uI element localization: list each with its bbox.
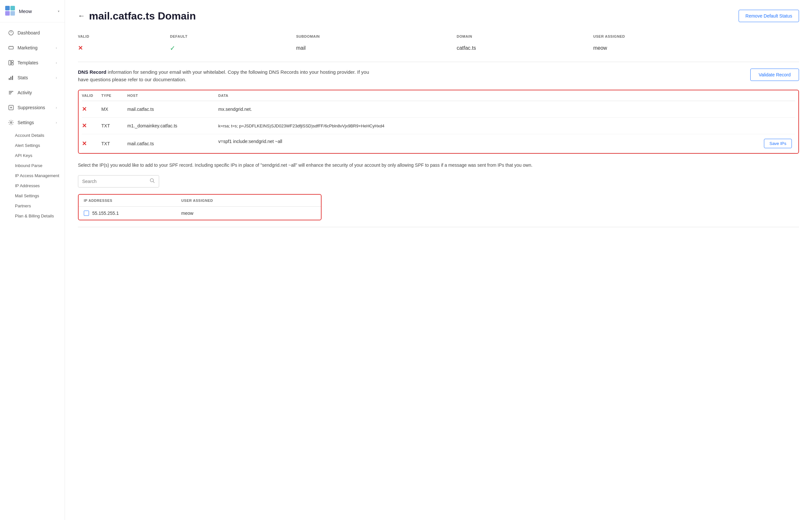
spf-section: Select the IP(s) you would like to add t… (78, 161, 799, 227)
dns-row1-x-icon: ✕ (82, 106, 87, 112)
svg-rect-0 (5, 6, 10, 10)
domain-user-assigned-cell: meow (593, 41, 799, 55)
dns-info-text: DNS Record information for sending your … (78, 69, 370, 83)
page-title-area: ← mail.catfac.ts Domain (78, 10, 196, 22)
dashboard-icon (8, 30, 14, 36)
sidebar-item-stats-label: Stats (18, 75, 56, 80)
suppressions-icon (8, 104, 14, 111)
dns-records-wrapper: VALID TYPE HOST DATA ✕ MX mail.catfac.ts… (78, 90, 799, 154)
domain-domain-cell: catfac.ts (457, 41, 593, 55)
svg-rect-9 (9, 78, 10, 80)
templates-icon (8, 59, 14, 66)
ip-col-addresses: IP ADDRESSES (79, 195, 176, 207)
domain-default-check-icon: ✓ (170, 45, 175, 52)
sidebar-item-dashboard[interactable]: Dashboard (3, 26, 62, 40)
sidebar-item-templates[interactable]: Templates › (3, 56, 62, 70)
col-default-header: DEFAULT (170, 32, 296, 41)
dns-section: DNS Record information for sending your … (78, 69, 799, 154)
domain-subdomain-cell: mail (296, 41, 457, 55)
dns-row1-data: mx.sendgrid.net. (218, 101, 795, 118)
sidebar-item-suppressions-label: Suppressions (18, 105, 56, 110)
search-container[interactable] (78, 175, 159, 187)
sidebar-sub-mail-settings[interactable]: Mail Settings (0, 191, 65, 201)
dns-row-2: ✕ TXT m1._domainkey.catfac.ts k=rsa; t=s… (82, 118, 795, 134)
validate-record-button[interactable]: Validate Record (750, 69, 799, 81)
dns-row3-type: TXT (101, 134, 127, 153)
sidebar-sub-plan-billing[interactable]: Plan & Billing Details (0, 211, 65, 221)
dns-row3-x-icon: ✕ (82, 140, 87, 147)
svg-rect-11 (12, 76, 13, 80)
svg-rect-8 (11, 63, 13, 65)
domain-valid-cell: ✕ (78, 41, 170, 55)
dns-row1-host: mail.catfac.ts (127, 101, 218, 118)
stats-chevron-icon: › (56, 76, 57, 80)
ip-checkbox-1[interactable] (84, 211, 89, 216)
save-ips-button[interactable]: Save IPs (764, 139, 792, 148)
ip-row-1: 55.155.255.1 meow (79, 207, 321, 220)
domain-valid-x-icon: ✕ (78, 45, 83, 51)
activity-icon (8, 89, 14, 96)
sidebar-item-activity[interactable]: Activity (3, 85, 62, 100)
suppressions-chevron-icon: › (56, 106, 57, 109)
dns-row2-host: m1._domainkey.catfac.ts (127, 118, 218, 134)
account-menu[interactable]: Meow ▾ (0, 0, 65, 22)
dns-row-3: ✕ TXT mail.catfac.ts v=spf1 include:send… (82, 134, 795, 153)
dns-col-data: DATA (218, 90, 795, 101)
sidebar-sub-partners[interactable]: Partners (0, 201, 65, 211)
dns-row-1: ✕ MX mail.catfac.ts mx.sendgrid.net. (82, 101, 795, 118)
svg-rect-7 (11, 60, 13, 62)
main-content: ← mail.catfac.ts Domain Remove Default S… (65, 0, 812, 520)
page-header: ← mail.catfac.ts Domain Remove Default S… (78, 10, 799, 22)
search-input[interactable] (82, 179, 148, 184)
dns-row1-valid: ✕ (82, 101, 101, 118)
dns-row3-data-text: v=spf1 include:sendgrid.net ~all (218, 139, 282, 144)
sidebar: Meow ▾ Dashboard Marketing › Templates › (0, 0, 65, 520)
dns-info-rest: information for sending your email with … (78, 69, 369, 82)
dns-col-type: TYPE (101, 90, 127, 101)
account-name: Meow (19, 8, 32, 14)
sidebar-item-settings[interactable]: Settings › (3, 115, 62, 130)
settings-icon (8, 119, 14, 126)
sidebar-item-stats[interactable]: Stats › (3, 71, 62, 85)
sidebar-sub-ip-addresses[interactable]: IP Addresses (0, 181, 65, 191)
remove-default-status-button[interactable]: Remove Default Status (738, 10, 799, 22)
svg-rect-13 (9, 92, 12, 93)
account-chevron-icon: ▾ (58, 9, 59, 13)
domain-default-cell: ✓ (170, 41, 296, 55)
svg-point-16 (10, 122, 12, 124)
sidebar-sub-api-keys[interactable]: API Keys (0, 151, 65, 160)
sidebar-item-templates-label: Templates (18, 60, 56, 65)
logo-icon (5, 6, 16, 16)
dns-col-host: HOST (127, 90, 218, 101)
svg-rect-10 (10, 77, 11, 80)
section-divider (78, 62, 799, 62)
sidebar-sub-account-details[interactable]: Account Details (0, 130, 65, 140)
templates-chevron-icon: › (56, 61, 57, 65)
ip-row1-user: meow (176, 207, 321, 220)
back-button[interactable]: ← (78, 12, 85, 20)
dns-table: VALID TYPE HOST DATA ✕ MX mail.catfac.ts… (82, 90, 795, 153)
settings-chevron-icon: › (56, 121, 57, 125)
svg-rect-1 (10, 6, 15, 10)
ip-address-value: 55.155.255.1 (92, 211, 119, 216)
spf-description: Select the IP(s) you would like to add t… (78, 161, 799, 169)
sidebar-sub-ip-access-management[interactable]: IP Access Management (0, 171, 65, 181)
domain-info-table: VALID DEFAULT SUBDOMAIN DOMAIN USER ASSI… (78, 32, 799, 55)
marketing-chevron-icon: › (56, 46, 57, 50)
svg-rect-2 (5, 11, 10, 16)
sidebar-sub-alert-settings[interactable]: Alert Settings (0, 140, 65, 151)
dns-row3-host: mail.catfac.ts (127, 134, 218, 153)
dns-row3-valid: ✕ (82, 134, 101, 153)
sidebar-item-suppressions[interactable]: Suppressions › (3, 100, 62, 115)
marketing-icon (8, 45, 14, 51)
col-domain-header: DOMAIN (457, 32, 593, 41)
col-user-assigned-header: USER ASSIGNED (593, 32, 799, 41)
dns-info-row: DNS Record information for sending your … (78, 69, 799, 83)
svg-rect-5 (9, 47, 13, 49)
sidebar-sub-inbound-parse[interactable]: Inbound Parse (0, 160, 65, 171)
ip-row1-address: 55.155.255.1 (79, 207, 176, 220)
page-title: mail.catfac.ts Domain (89, 10, 196, 22)
svg-rect-14 (9, 94, 11, 94)
sidebar-item-marketing[interactable]: Marketing › (3, 41, 62, 55)
dns-row1-type: MX (101, 101, 127, 118)
